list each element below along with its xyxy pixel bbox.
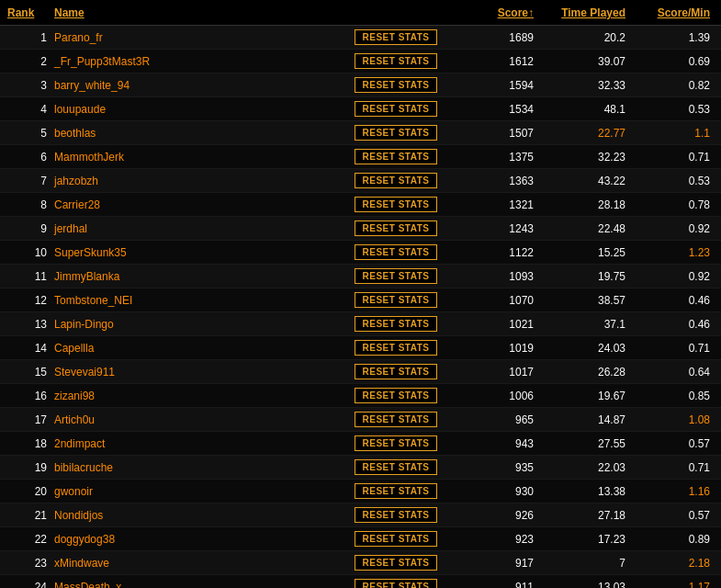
table-row: 7jahzobzhRESET STATS136343.220.53 [0, 169, 721, 193]
reset-button-cell[interactable]: RESET STATS [332, 579, 460, 588]
reset-button-cell[interactable]: RESET STATS [332, 435, 460, 451]
scoremin-cell: 0.92 [635, 222, 717, 235]
reset-stats-button[interactable]: RESET STATS [355, 459, 438, 475]
reset-stats-button[interactable]: RESET STATS [355, 53, 438, 69]
rank-cell: 21 [4, 509, 54, 522]
time-cell: 13.03 [543, 581, 635, 589]
reset-stats-button[interactable]: RESET STATS [355, 316, 438, 332]
reset-stats-button[interactable]: RESET STATS [355, 340, 438, 356]
scoremin-header[interactable]: Score/Min [635, 6, 717, 19]
reset-stats-button[interactable]: RESET STATS [355, 555, 438, 571]
rank-cell: 6 [4, 151, 54, 164]
time-cell: 48.1 [543, 103, 635, 116]
reset-button-cell[interactable]: RESET STATS [332, 53, 460, 69]
table-row: 10SuperSkunk35RESET STATS112215.251.23 [0, 241, 721, 265]
reset-button-cell[interactable]: RESET STATS [332, 364, 460, 379]
reset-stats-button[interactable]: RESET STATS [355, 125, 438, 141]
reset-stats-button[interactable]: RESET STATS [355, 197, 438, 212]
reset-stats-button[interactable]: RESET STATS [355, 29, 438, 45]
scoremin-cell: 1.39 [635, 31, 717, 44]
scoremin-cell: 0.71 [635, 342, 717, 355]
scoremin-cell: 0.69 [635, 55, 717, 68]
player-name: gwonoir [54, 485, 332, 498]
reset-stats-button[interactable]: RESET STATS [355, 220, 438, 236]
score-cell: 1017 [460, 366, 543, 379]
reset-stats-button[interactable]: RESET STATS [355, 101, 438, 117]
score-cell: 1122 [460, 246, 543, 259]
time-cell: 19.75 [543, 270, 635, 283]
reset-button-cell[interactable]: RESET STATS [332, 173, 460, 188]
reset-stats-button[interactable]: RESET STATS [355, 531, 438, 547]
player-name: barry_white_94 [54, 79, 332, 92]
reset-button-cell[interactable]: RESET STATS [332, 268, 460, 284]
reset-button-cell[interactable]: RESET STATS [332, 507, 460, 523]
scoremin-cell: 0.57 [635, 437, 717, 450]
reset-button-cell[interactable]: RESET STATS [332, 340, 460, 356]
player-name: xMindwave [54, 557, 332, 570]
rank-cell: 3 [4, 79, 54, 92]
reset-stats-button[interactable]: RESET STATS [355, 483, 438, 499]
score-header[interactable]: Score↑ [460, 6, 543, 19]
time-cell: 38.57 [543, 294, 635, 307]
score-cell: 1243 [460, 222, 543, 235]
player-name: MammothJerk [54, 151, 332, 164]
reset-button-cell[interactable]: RESET STATS [332, 29, 460, 45]
score-cell: 911 [460, 581, 543, 589]
reset-button-cell[interactable]: RESET STATS [332, 531, 460, 547]
reset-button-cell[interactable]: RESET STATS [332, 149, 460, 164]
reset-button-cell[interactable]: RESET STATS [332, 555, 460, 571]
player-name: bibilacruche [54, 461, 332, 474]
table-row: 23xMindwaveRESET STATS91772.18 [0, 551, 721, 575]
player-name: MassDeath_x [54, 581, 332, 589]
rank-cell: 24 [4, 581, 54, 589]
time-cell: 32.33 [543, 79, 635, 92]
time-cell: 37.1 [543, 318, 635, 331]
reset-stats-button[interactable]: RESET STATS [355, 173, 438, 188]
score-cell: 1375 [460, 151, 543, 164]
reset-button-cell[interactable]: RESET STATS [332, 77, 460, 93]
scoremin-cell: 0.71 [635, 461, 717, 474]
reset-stats-button[interactable]: RESET STATS [355, 149, 438, 164]
table-row: 22doggydog38RESET STATS92317.230.89 [0, 527, 721, 551]
reset-button-cell[interactable]: RESET STATS [332, 101, 460, 117]
reset-button-cell[interactable]: RESET STATS [332, 292, 460, 308]
reset-stats-button[interactable]: RESET STATS [355, 364, 438, 379]
reset-button-cell[interactable]: RESET STATS [332, 459, 460, 475]
time-header[interactable]: Time Played [543, 6, 635, 19]
rank-cell: 23 [4, 557, 54, 570]
score-cell: 935 [460, 461, 543, 474]
reset-button-cell[interactable]: RESET STATS [332, 244, 460, 260]
reset-stats-button[interactable]: RESET STATS [355, 579, 438, 588]
reset-button-cell[interactable]: RESET STATS [332, 388, 460, 403]
reset-button-cell[interactable]: RESET STATS [332, 412, 460, 427]
name-header[interactable]: Name [54, 6, 332, 19]
player-name: Capellla [54, 342, 332, 355]
reset-stats-button[interactable]: RESET STATS [355, 77, 438, 93]
reset-button-cell[interactable]: RESET STATS [332, 197, 460, 212]
player-name: 2ndimpact [54, 437, 332, 450]
reset-stats-button[interactable]: RESET STATS [355, 412, 438, 427]
table-row: 12Tombstone_NEIRESET STATS107038.570.46 [0, 288, 721, 312]
time-cell: 19.67 [543, 390, 635, 402]
score-cell: 1093 [460, 270, 543, 283]
score-cell: 1321 [460, 198, 543, 211]
reset-stats-button[interactable]: RESET STATS [355, 268, 438, 284]
reset-stats-button[interactable]: RESET STATS [355, 507, 438, 523]
rank-cell: 20 [4, 485, 54, 498]
reset-button-cell[interactable]: RESET STATS [332, 483, 460, 499]
rank-cell: 8 [4, 198, 54, 211]
reset-button-cell[interactable]: RESET STATS [332, 316, 460, 332]
reset-stats-button[interactable]: RESET STATS [355, 388, 438, 403]
time-cell: 7 [543, 557, 635, 570]
reset-stats-button[interactable]: RESET STATS [355, 244, 438, 260]
scoremin-cell: 1.16 [635, 485, 717, 498]
rank-header[interactable]: Rank [4, 6, 54, 19]
reset-stats-button[interactable]: RESET STATS [355, 435, 438, 451]
player-name: SuperSkunk35 [54, 246, 332, 259]
reset-button-cell[interactable]: RESET STATS [332, 125, 460, 141]
reset-stats-button[interactable]: RESET STATS [355, 292, 438, 308]
rank-cell: 18 [4, 437, 54, 450]
time-cell: 43.22 [543, 175, 635, 187]
player-name: JimmyBlanka [54, 270, 332, 283]
reset-button-cell[interactable]: RESET STATS [332, 220, 460, 236]
